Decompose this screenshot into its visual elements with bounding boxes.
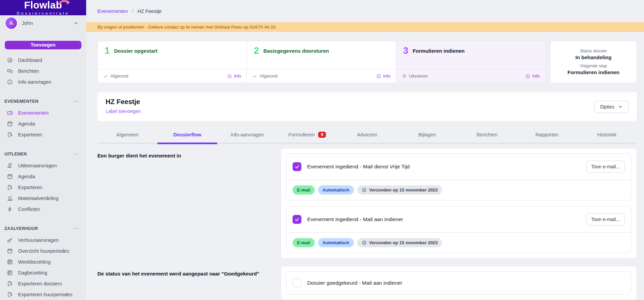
step-info-link[interactable]: Info [525, 73, 540, 79]
page-content: 1 Dossier opgestart Afgerond Info 2 Basi… [86, 32, 644, 300]
sidebar-item-label: Exporteren [18, 185, 42, 190]
tab-badge: 9 [318, 132, 326, 138]
info-circle-icon [7, 79, 13, 85]
flow-card-checkbox[interactable] [293, 215, 301, 224]
tab-label: Bijlagen [418, 132, 436, 137]
dots-icon [73, 151, 79, 157]
section-overflow-icon[interactable] [73, 226, 79, 231]
check-icon [103, 74, 108, 79]
add-button[interactable]: Toevoegen [5, 41, 81, 49]
sidebar-item-overzicht-huurperiodes[interactable]: Overzicht huurperiodes [0, 246, 86, 256]
sidebar-item-berichten[interactable]: Berichten [0, 66, 86, 77]
badge-blue: Automatisch [318, 238, 354, 247]
sidebar-item-label: Weekbezetting [18, 259, 51, 265]
chevron-down-icon [618, 104, 623, 109]
check-icon [295, 217, 300, 222]
tab-info-aanvragen[interactable]: Info-aanvragen [217, 128, 277, 143]
tab-formulieren[interactable]: Formulieren9 [277, 128, 337, 143]
main-area: Evenementen / HZ Feestje Bij vragen of p… [86, 0, 644, 300]
sidebar-item-agenda-uitlenen[interactable]: Agenda [0, 171, 86, 182]
show-email-button[interactable]: Toon e-mail... [586, 213, 625, 226]
steps-row: 1 Dossier opgestart Afgerond Info 2 Basi… [97, 41, 637, 83]
avatar: JL [5, 17, 17, 29]
sidebar-section-uitlenen: UITLENEN [0, 150, 86, 158]
section-overflow-icon[interactable] [73, 151, 79, 157]
sidebar-item-exporteren-uitlenen[interactable]: Exporteren [0, 182, 86, 193]
step-info-link[interactable]: Info [227, 73, 241, 79]
sidebar-item-evenementen[interactable]: Evenementen [0, 107, 86, 118]
sidebar-item-label: Verhuuraanvragen [18, 237, 59, 243]
sidebar-item-conflicten[interactable]: Conflicten [0, 204, 86, 215]
tab-label: Dossierflow [173, 132, 201, 137]
tab-bijlagen[interactable]: Bijlagen [397, 128, 457, 143]
show-email-button[interactable]: Toon e-mail... [586, 161, 625, 173]
sidebar-item-weekbezetting[interactable]: Weekbezetting [0, 256, 86, 267]
chevron-down-icon[interactable] [73, 20, 79, 26]
sidebar-section-zaalverhuur: ZAALVERHUUR [0, 224, 86, 233]
tab-label: Adviezen [357, 132, 377, 137]
tab-rapporten[interactable]: Rapporten [517, 128, 577, 143]
step-title: Basisgegevens doorsturen [263, 48, 329, 54]
step-status-label: Afgerond [110, 73, 128, 79]
step-info-link[interactable]: Info [376, 73, 391, 79]
tab-label: Berichten [476, 132, 497, 137]
breadcrumb-link-evenementen[interactable]: Evenementen [97, 9, 128, 14]
sidebar-item-dashboard[interactable]: Dashboard [0, 55, 86, 66]
flow-card-checkbox[interactable] [293, 279, 301, 287]
tabs: AlgemeenDossierflowInfo-aanvragenFormuli… [97, 128, 637, 144]
sidebar-item-uitleenaanvragen[interactable]: Uitleenaanvragen [0, 160, 86, 171]
sidebar-item-info-aanvragen[interactable]: Info-aanvragen [0, 77, 86, 87]
tab-label: Rapporten [535, 132, 559, 137]
dossierflow-content: Een burger dient het evenement in Evenem… [97, 148, 637, 300]
next-step-value: Formulieren indienen [567, 69, 619, 75]
bolt-icon [7, 206, 13, 212]
brand-name-text: Flowlab [24, 0, 62, 11]
user-menu[interactable]: JL John [0, 15, 86, 31]
check-icon [295, 164, 300, 169]
export-doc-icon [7, 132, 13, 138]
sidebar-item-label: Berichten [18, 68, 39, 74]
tab-adviezen[interactable]: Adviezen [337, 128, 397, 143]
sidebar-section-evenementen: EVENEMENTEN [0, 97, 86, 105]
sidebar-item-verhuuraanvragen[interactable]: Verhuuraanvragen [0, 235, 86, 246]
sidebar-item-exporteren-huurperiodes[interactable]: Exporteren huurperiodes [0, 289, 86, 300]
section-overflow-icon[interactable] [73, 99, 79, 104]
sidebar-menu: DashboardBerichtenInfo-aanvragenEVENEMEN… [0, 55, 86, 300]
sidebar-item-label: Agenda [18, 174, 35, 179]
calendar-icon [7, 121, 13, 127]
flow-card-title: Evenement ingediend - Mail aan indiener [307, 216, 580, 222]
step-1: 1 Dossier opgestart Afgerond Info [98, 41, 247, 83]
info-link-label: Info [234, 73, 241, 79]
info-circle-icon [525, 74, 530, 79]
tab-algemeen[interactable]: Algemeen [97, 128, 157, 143]
sidebar-item-exporteren-evenementen[interactable]: Exporteren [0, 129, 86, 140]
sidebar-item-materiaalverdeling[interactable]: Materiaalverdeling [0, 193, 86, 204]
sidebar: Flowlab Dossiercentrale JL John Toevoege… [0, 0, 86, 300]
brand-arrow-icon [59, 0, 70, 6]
flow-section-2: De status van het evenement werd aangepa… [97, 266, 637, 300]
tab-berichten[interactable]: Berichten [457, 128, 517, 143]
step-title: Formulieren indienen [413, 48, 465, 54]
add-label-link[interactable]: Label toevoegen [106, 109, 141, 114]
sidebar-item-label: Overzicht huurperiodes [18, 248, 69, 254]
step-2: 2 Basisgegevens doorsturen Afgerond Info [247, 41, 396, 83]
sidebar-item-agenda-evenementen[interactable]: Agenda [0, 118, 86, 129]
flow-card: Dossier goedgekeurd - Mail aan indiener [286, 271, 631, 295]
calendar-icon [7, 248, 13, 254]
dots-icon [73, 99, 79, 104]
tab-dossierflow[interactable]: Dossierflow [157, 128, 217, 143]
sidebar-item-exporteren-dossiers[interactable]: Exporteren dossiers [0, 278, 86, 289]
export-doc-icon [7, 281, 13, 287]
flow-card-header: Dossier goedgekeurd - Mail aan indiener [286, 272, 631, 294]
badge-label: Automatisch [323, 187, 349, 193]
calendar-day-icon [7, 270, 13, 276]
sidebar-section-title: UITLENEN [4, 152, 27, 156]
flow-card-checkbox[interactable] [293, 162, 301, 171]
options-button[interactable]: Opties [594, 101, 629, 113]
gauge-icon [7, 57, 13, 63]
ticket-icon [7, 110, 13, 116]
tab-historiek[interactable]: Historiek [577, 128, 637, 143]
badge-label: E-mail [297, 240, 310, 245]
sidebar-item-dagbezetting[interactable]: Dagbezetting [0, 267, 86, 278]
export-doc-icon [7, 291, 13, 298]
